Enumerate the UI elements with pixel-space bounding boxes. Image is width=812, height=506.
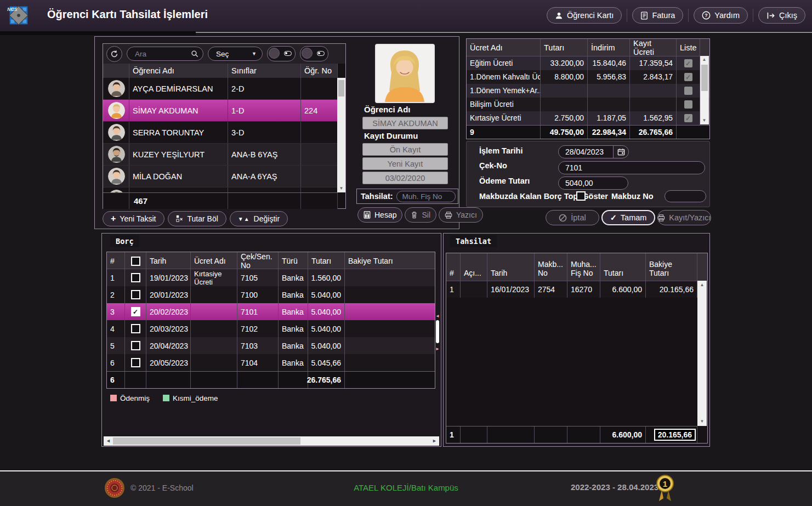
check-no-input[interactable] (558, 161, 705, 174)
fee-table-scrollbar[interactable]: ▲ ▼ (700, 56, 709, 124)
filter-toggle-1[interactable] (267, 46, 296, 61)
row-checkbox[interactable] (131, 273, 140, 282)
payment-actions: İptal ✓ Tamam Kayıt/Yazıcı (546, 210, 711, 225)
payment-amount-input[interactable] (558, 177, 628, 190)
exit-button[interactable]: Çıkış (758, 7, 805, 24)
paid-legend-swatch (110, 395, 117, 401)
table-row-selected[interactable]: 3 ✓ 20/02/2023 7101 Banka 5.040,00 (107, 303, 435, 320)
installment-toolbar: + Yeni Taksit × Tutar Böl ▼▲ Değiştir (103, 211, 288, 226)
scroll-down-arrow[interactable]: ▼ (699, 419, 705, 424)
cancel-button[interactable]: İptal (546, 210, 599, 225)
split-amount-button[interactable]: × Tutar Böl (168, 211, 226, 226)
scrollbar-thumb[interactable] (338, 80, 344, 96)
delete-button[interactable]: Sil (405, 207, 436, 223)
table-row[interactable]: KUZEY YEŞİLYURT ANA-B 6YAŞ (103, 144, 338, 166)
table-row[interactable]: Eğitim Ücreti 33.200,00 15.840,46 17.359… (467, 56, 709, 70)
debt-hscrollbar[interactable]: ◄ ► (104, 436, 439, 446)
scrollbar-thumb[interactable] (701, 65, 708, 91)
table-row[interactable]: EMİR AKGÜN 2-B (103, 187, 338, 192)
table-row[interactable]: 5 20/04/2023 7103 Banka 5.040,00 (107, 337, 435, 354)
list-checkbox-checked[interactable]: ✓ (684, 73, 692, 81)
person-icon (555, 12, 563, 20)
table-row[interactable]: SERRA TORUNTAY 3-D (103, 122, 338, 144)
calendar-button[interactable] (613, 145, 629, 158)
divider (688, 9, 689, 22)
table-row-selected[interactable]: SİMAY AKDUMAN 1-D 224 (103, 100, 338, 122)
splitter-arrow-left[interactable]: ◄ (435, 314, 440, 319)
select-all-checkbox[interactable] (131, 257, 140, 266)
splitter-arrow-right[interactable]: ► (435, 346, 440, 351)
row-checkbox[interactable] (131, 341, 140, 350)
table-row[interactable]: 1 19/01/2023 Kırtasiye Ücreti 7105 Banka… (107, 269, 435, 286)
scroll-down-arrow[interactable]: ▼ (701, 118, 707, 123)
table-row[interactable]: MİLA DOĞAN ANA-A 6YAŞ (103, 166, 338, 187)
account-button[interactable]: Hesap (357, 207, 402, 223)
transaction-date-label: İşlem Tarihi (479, 146, 523, 155)
scroll-down-arrow[interactable]: ▼ (338, 186, 344, 191)
ok-button[interactable]: ✓ Tamam (601, 210, 655, 225)
search-icon (191, 50, 198, 58)
help-button[interactable]: ? Yardım (694, 7, 748, 24)
printer-icon (657, 214, 665, 221)
search-input[interactable] (134, 49, 189, 59)
balance-total-focused[interactable]: 20.165,66 (654, 429, 696, 441)
avatar (108, 80, 125, 97)
scroll-up-arrow[interactable]: ▲ (699, 282, 705, 288)
show-remaining-checkbox[interactable] (576, 191, 586, 201)
list-checkbox[interactable] (684, 100, 692, 109)
invoice-button[interactable]: Fatura (632, 7, 683, 24)
printer-button[interactable]: Yazıcı (439, 207, 483, 223)
row-checkbox-checked[interactable]: ✓ (131, 307, 140, 316)
change-button[interactable]: ▼▲ Değiştir (230, 211, 288, 226)
header-toolbar: Öğrenci Kartı Fatura ? Yardım Çıkış (547, 7, 805, 24)
row-checkbox[interactable] (131, 358, 140, 367)
student-list-scrollbar[interactable]: ▼ (337, 78, 345, 192)
debt-table-header: # Tarih Ücret Adı Çek/Sen. No Türü Tutar… (107, 252, 435, 269)
receipt-number-input[interactable] (665, 190, 706, 202)
scroll-right-arrow[interactable]: ► (432, 438, 437, 444)
scroll-left-arrow[interactable]: ◄ (106, 438, 111, 444)
fee-table-header: Ücret Adı Tutarı İndirim Kayıt Ücreti Li… (467, 39, 709, 56)
printer-icon (445, 212, 452, 219)
table-row[interactable]: 1 16/01/2023 2754 16270 6.600,00 20.165,… (446, 281, 707, 298)
table-row[interactable]: 2 20/01/2023 7100 Banka 5.040,00 (107, 286, 435, 303)
scrollbar-thumb[interactable] (113, 437, 300, 445)
title-bar: NCS Öğrenci Kartı Tahsilat İşlemleri Öğr… (0, 0, 812, 32)
list-checkbox[interactable] (684, 87, 692, 95)
avatar (108, 168, 125, 185)
table-row[interactable]: 1.Dönem Yemek+Ar... (467, 84, 709, 98)
receipt-no-input[interactable] (396, 191, 456, 202)
table-row[interactable]: 4 20/03/2023 7102 Banka 5.040,00 (107, 320, 435, 337)
save-print-button[interactable]: Kayıt/Yazıcı (657, 210, 711, 225)
splitter-handle[interactable] (436, 320, 439, 343)
select-dropdown[interactable]: Seç ▼ (208, 47, 263, 61)
student-list-panel: Seç ▼ Öğrenci Adı Sınıflar Öğr. No AYÇA … (103, 43, 346, 209)
refresh-button[interactable] (106, 46, 122, 62)
table-row[interactable]: 1.Dönem Kahvaltı Üc... 8.800,00 5.956,83… (467, 70, 709, 84)
table-row[interactable]: 6 20/05/2023 7104 Banka 5.045,66 (107, 354, 435, 371)
table-row[interactable]: Kırtasiye Ücreti 2.750,00 1.187,05 1.562… (467, 111, 709, 125)
table-row[interactable]: Bilişim Ücreti (467, 98, 709, 111)
scroll-up-arrow[interactable]: ▲ (701, 57, 707, 62)
debt-legend: Ödenmiş Kısmi_ödeme (110, 394, 218, 402)
toggle-knob (269, 48, 280, 59)
collection-tab[interactable]: Tahsilat (450, 235, 497, 247)
invoice-icon (640, 12, 648, 20)
row-checkbox[interactable] (131, 290, 140, 299)
table-row[interactable]: AYÇA DEMİRARSLAN 2-D (103, 78, 338, 100)
new-installment-button[interactable]: + Yeni Taksit (103, 211, 164, 226)
student-total-count: 467 (129, 193, 228, 209)
window-chrome-strip (0, 31, 196, 35)
filter-toggle-2[interactable] (300, 46, 328, 61)
student-card-button[interactable]: Öğrenci Kartı (547, 7, 622, 24)
divider (627, 9, 627, 22)
transaction-date-input[interactable] (558, 145, 614, 158)
panel-splitter[interactable]: ◄ ► (435, 310, 440, 376)
collection-scrollbar[interactable]: ▲ ▼ (697, 281, 707, 426)
row-checkbox[interactable] (131, 324, 140, 333)
debt-tab[interactable]: Borç (110, 235, 139, 247)
list-checkbox-checked[interactable]: ✓ (684, 114, 692, 122)
student-section: Seç ▼ Öğrenci Adı Sınıflar Öğr. No AYÇA … (94, 36, 459, 229)
list-checkbox-checked[interactable]: ✓ (684, 59, 692, 67)
registration-status-label: Kayıt Durumu (364, 131, 418, 140)
